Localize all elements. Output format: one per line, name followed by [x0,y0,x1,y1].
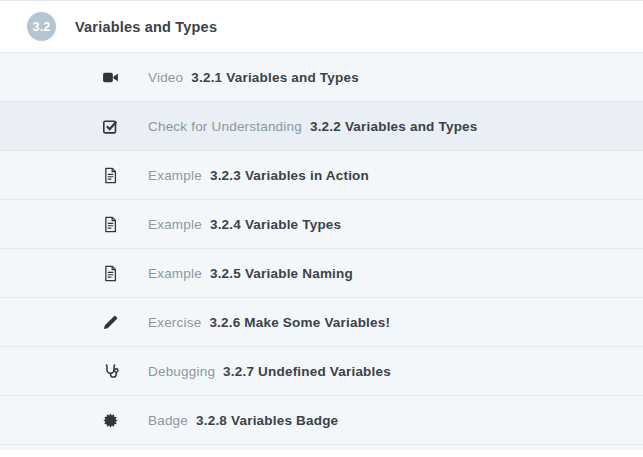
document-icon [100,216,120,233]
check-square-icon [100,118,120,135]
lesson-title: 3.2.8 Variables Badge [196,413,338,428]
lesson-type-label: Debugging [148,364,215,379]
lesson-type-label: Badge [148,413,188,428]
module-number-badge: 3.2 [27,12,56,41]
lesson-row[interactable]: Example 3.2.4 Variable Types [0,199,643,248]
lesson-row[interactable]: Debugging 3.2.7 Undefined Variables [0,346,643,395]
lesson-title: 3.2.4 Variable Types [210,217,341,232]
lesson-row[interactable]: Exercise 3.2.6 Make Some Variables! [0,297,643,346]
lesson-title: 3.2.7 Undefined Variables [223,364,391,379]
module-header[interactable]: 3.2 Variables and Types [0,1,643,52]
document-icon [100,167,120,184]
curriculum-module-panel: 3.2 Variables and Types Video 3.2.1 Vari… [0,0,643,457]
stethoscope-icon [100,363,120,380]
lesson-list: Video 3.2.1 Variables and Types Check fo… [0,52,643,444]
lesson-type-label: Example [148,217,202,232]
module-title: Variables and Types [75,19,217,35]
lesson-type-label: Video [148,70,183,85]
lesson-type-label: Example [148,266,202,281]
lesson-row[interactable]: Video 3.2.1 Variables and Types [0,52,643,101]
lesson-title: 3.2.2 Variables and Types [310,119,478,134]
lesson-title: 3.2.3 Variables in Action [210,168,369,183]
lesson-row[interactable]: Example 3.2.5 Variable Naming [0,248,643,297]
lesson-row[interactable]: Example 3.2.3 Variables in Action [0,150,643,199]
lesson-type-label: Check for Understanding [148,119,302,134]
lesson-row[interactable]: Badge 3.2.8 Variables Badge [0,395,643,444]
lesson-type-label: Example [148,168,202,183]
video-icon [100,69,120,86]
lesson-title: 3.2.6 Make Some Variables! [209,315,390,330]
next-row-partial [0,444,643,450]
lesson-row[interactable]: Check for Understanding 3.2.2 Variables … [0,101,643,150]
lesson-title: 3.2.5 Variable Naming [210,266,353,281]
badge-icon [100,413,120,428]
lesson-type-label: Exercise [148,315,201,330]
lesson-title: 3.2.1 Variables and Types [191,70,359,85]
document-icon [100,265,120,282]
pencil-icon [100,314,120,331]
